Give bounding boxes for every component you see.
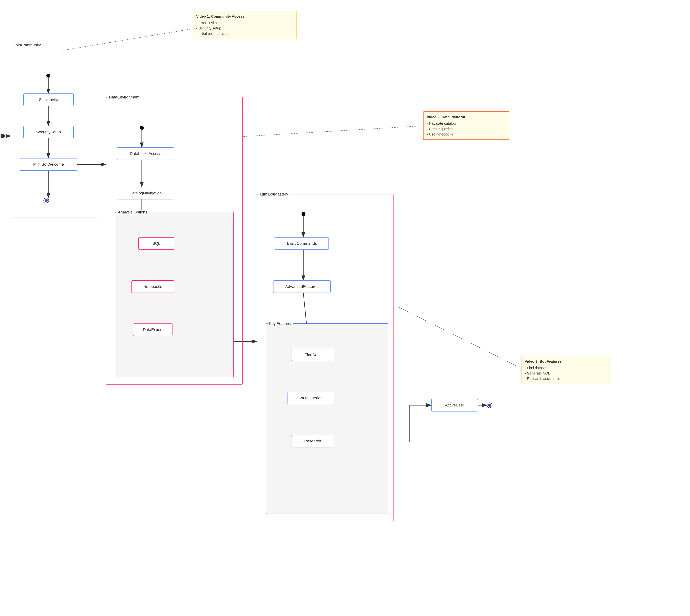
final-state-2	[487, 402, 492, 408]
state-research: Research	[291, 435, 334, 447]
note1-line2: - Security setup	[196, 25, 293, 31]
note1-title: Video 1: Community Access	[196, 14, 293, 19]
svg-line-10	[243, 126, 423, 137]
state-mimibot-welcome: MimiBotWelcome	[20, 158, 77, 171]
state-slack-invite: SlackInvite	[23, 93, 74, 106]
frame-key-features-label: Key Features	[268, 321, 293, 326]
initial-dot-join	[46, 74, 50, 78]
note3-title: Video 3: Bot Features	[525, 359, 607, 364]
state-databricks-access: DatabricksAccess	[117, 147, 174, 160]
initial-dot-mimibot	[302, 212, 306, 216]
note1-line1: - Email invitation	[196, 20, 293, 25]
state-active-user: ActiveUser	[431, 399, 478, 412]
state-security-setup: SecuritySetup	[23, 126, 74, 138]
state-sql: SQL	[138, 237, 174, 250]
state-advanced-features: AdvancedFeatures	[273, 280, 331, 293]
note-video1: Video 1: Community Access - Email invita…	[193, 11, 297, 39]
frame-mimibot-mastery-label: MimiBotMastery	[259, 192, 289, 197]
state-write-queries: WriteQueries	[288, 392, 334, 404]
frame-data-environment-label: DataEnvironment	[108, 95, 140, 100]
diagram-container: Video 1: Community Access - Email invita…	[0, 0, 690, 616]
note2-line1: - Navigate catalog	[427, 121, 506, 126]
note2-line2: - Create queries	[427, 126, 506, 132]
state-notebooks: Notebooks	[131, 280, 174, 293]
state-basic-commands: BasicCommands	[275, 237, 329, 250]
note-video3: Video 3: Bot Features - Find datasets - …	[521, 356, 611, 384]
final-state-1	[43, 198, 49, 203]
note2-title: Video 2: Data Platform	[427, 114, 506, 120]
note2-line3: - Use notebooks	[427, 132, 506, 137]
svg-point-16	[1, 134, 5, 138]
note-video2: Video 2: Data Platform - Navigate catalo…	[423, 111, 509, 140]
state-data-export: DataExport	[133, 324, 173, 336]
note3-line3: - Research assistance	[525, 376, 607, 381]
frame-join-community-label: JoinCommunity	[13, 43, 42, 47]
note3-line2: - Generate SQL	[525, 371, 607, 376]
state-catalog-navigation: CatalogNavigation	[117, 187, 174, 199]
state-find-data: FindData	[291, 349, 334, 361]
frame-analysis-options: Analysis Options	[115, 212, 233, 377]
note1-line3: - Initial bot interaction	[196, 31, 293, 36]
frame-analysis-options-label: Analysis Options	[117, 210, 148, 215]
svg-line-14	[395, 306, 521, 368]
initial-dot-data	[140, 126, 144, 130]
note3-line1: - Find datasets	[525, 365, 607, 371]
